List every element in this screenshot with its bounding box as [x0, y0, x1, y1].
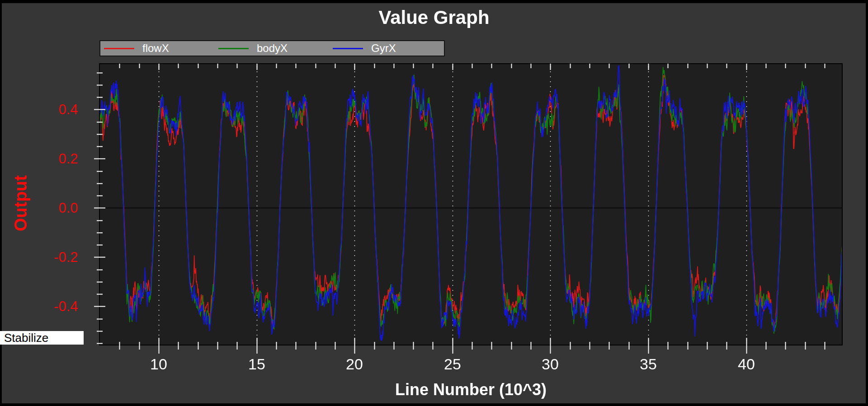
x-axis-title: Line Number (10^3): [99, 380, 842, 399]
y-tick-label: 0.0: [9, 200, 78, 217]
legend-item-gyrx[interactable]: GyrX: [329, 42, 443, 55]
stabilize-button[interactable]: Stabilize: [0, 331, 84, 345]
flowx-line-swatch-icon: [104, 48, 134, 49]
x-tick-label: 40: [719, 355, 774, 373]
value-graph-plot-area[interactable]: [0, 0, 868, 406]
y-tick-label: -0.4: [9, 298, 78, 315]
x-tick-label: 10: [132, 355, 186, 373]
y-tick-label: 0.4: [9, 101, 78, 118]
bodyx-line-swatch-icon: [218, 48, 249, 49]
x-tick-label: 35: [621, 355, 675, 373]
y-tick-label: -0.2: [9, 249, 78, 266]
legend-label-flowx: flowX: [142, 42, 169, 55]
x-tick-label: 30: [523, 355, 577, 373]
x-tick-label: 15: [230, 355, 284, 373]
legend-item-flowx[interactable]: flowX: [100, 42, 215, 55]
x-tick-label: 20: [327, 355, 382, 373]
y-tick-label: 0.2: [9, 150, 78, 168]
gyrx-line-swatch-icon: [333, 48, 363, 49]
app-window: { "title": "Value Graph", "colors": { "p…: [0, 0, 868, 406]
legend-label-gyrx: GyrX: [371, 42, 396, 55]
x-tick-label: 25: [425, 355, 480, 373]
legend-item-bodyx[interactable]: bodyX: [215, 42, 329, 55]
legend-label-bodyx: bodyX: [257, 42, 288, 55]
chart-title: Value Graph: [0, 6, 868, 29]
legend: flowX bodyX GyrX: [99, 40, 445, 56]
